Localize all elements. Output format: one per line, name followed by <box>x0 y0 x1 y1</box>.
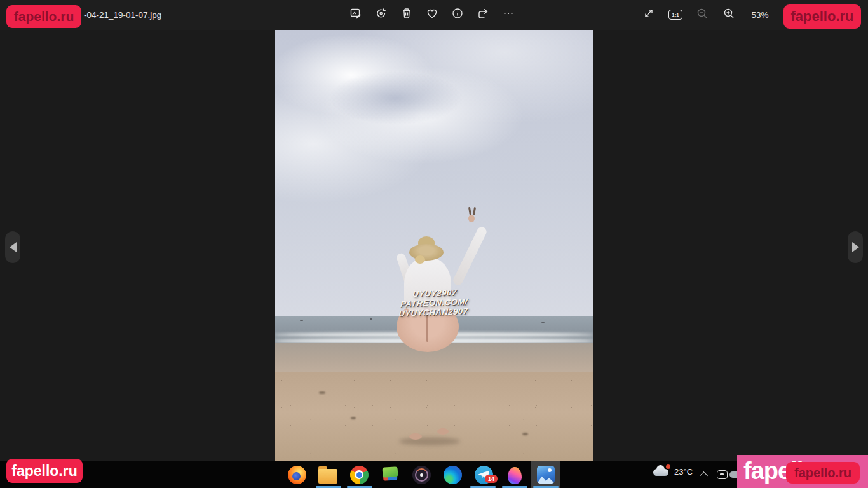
share-button[interactable] <box>475 6 491 23</box>
zoom-in-button[interactable] <box>721 6 737 23</box>
edit-image-button[interactable] <box>348 6 364 23</box>
weather-cloud-icon <box>652 466 670 477</box>
fullscreen-button[interactable] <box>641 6 657 23</box>
next-photo-button[interactable] <box>848 231 863 263</box>
fullscreen-icon <box>642 7 655 22</box>
temperature-label: 23°C <box>674 467 693 477</box>
more-dots-icon <box>502 7 515 22</box>
zoom-out-icon <box>696 7 709 22</box>
filename-label: -04-21_19-01-07.jpg <box>84 10 161 20</box>
taskbar-bluestacks-icon[interactable] <box>378 463 402 486</box>
taskbar-edge-icon[interactable] <box>440 463 465 486</box>
taskbar-chrome-icon[interactable] <box>347 463 371 486</box>
photo-canvas[interactable]: UYUY2907 PATREON.COM/ UYUYCHAN2907 <box>275 29 593 461</box>
taskbar-file-explorer-icon[interactable] <box>316 463 340 486</box>
favorite-button[interactable] <box>424 6 440 23</box>
figure-hair <box>415 255 425 264</box>
watermark-badge-bottom-left: fapello.ru <box>6 459 83 483</box>
zoom-in-icon <box>722 7 735 22</box>
straw-hat <box>409 244 444 261</box>
screen: -04-21_19-01-07.jpg <box>0 0 868 488</box>
figure-shadow <box>399 437 460 445</box>
figure-left-foot <box>409 433 422 440</box>
heart-icon <box>426 7 438 22</box>
info-button[interactable] <box>449 6 466 23</box>
seaweed-speck <box>319 391 325 394</box>
figure-right-foot <box>437 428 449 435</box>
weather-alert-dot <box>666 464 670 469</box>
boat-speck <box>541 322 545 323</box>
share-icon <box>477 7 489 22</box>
edit-image-icon <box>349 7 362 22</box>
seaweed-speck <box>522 433 528 435</box>
delete-button[interactable] <box>398 6 415 23</box>
previous-photo-button[interactable] <box>5 231 20 263</box>
touch-keyboard-icon[interactable] <box>717 470 728 479</box>
watermark-badge-top-left: fapello.ru <box>6 5 81 28</box>
taskbar-recorder-icon[interactable] <box>409 463 433 486</box>
more-options-button[interactable] <box>500 6 517 23</box>
zoom-out-button[interactable] <box>694 6 710 23</box>
rotate-icon <box>375 7 388 22</box>
arrow-left-icon <box>4 242 17 252</box>
weather-widget[interactable]: 23°C <box>652 466 693 477</box>
view-controls: 1:1 53% <box>641 6 773 23</box>
seaweed-speck <box>351 417 356 419</box>
rotate-button[interactable] <box>373 6 390 23</box>
telegram-unread-badge: 14 <box>485 475 498 483</box>
watermark-badge-top-right: fapello.ru <box>783 4 861 29</box>
zoom-level-label: 53% <box>747 10 773 20</box>
actual-size-button[interactable]: 1:1 <box>667 6 684 23</box>
taskbar-telegram-icon[interactable]: 14 <box>471 463 496 486</box>
photo-toolbar <box>348 6 517 23</box>
taskbar-firefox-icon[interactable] <box>285 463 309 486</box>
taskbar-photos-icon[interactable] <box>534 463 558 486</box>
arrow-right-icon <box>852 242 864 252</box>
taskbar-rainbow-drop-icon[interactable] <box>503 463 527 486</box>
trash-icon <box>400 7 413 22</box>
watermark-badge-bottom-right: fapello.ru <box>786 462 860 484</box>
info-icon <box>451 7 464 22</box>
title-bar: -04-21_19-01-07.jpg <box>0 0 868 30</box>
one-to-one-icon: 1:1 <box>668 10 682 20</box>
figure-hand <box>468 215 475 222</box>
